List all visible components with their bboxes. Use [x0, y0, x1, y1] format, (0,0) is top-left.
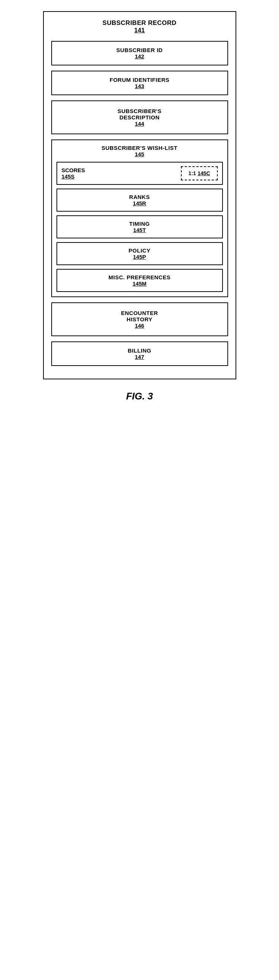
subscriber-description-box: SUBSCRIBER'S DESCRIPTION 144 [51, 100, 228, 134]
encounter-history-line2: HISTORY [56, 316, 224, 323]
scores-inner-dashed-box: 1:1 145C [181, 166, 217, 180]
subscriber-record-label: SUBSCRIBER RECORD [103, 19, 176, 27]
billing-label: BILLING [56, 347, 224, 354]
ranks-label: RANKS [61, 194, 219, 200]
subscriber-id-box: SUBSCRIBER ID 142 [51, 41, 228, 65]
subscriber-description-line2: DESCRIPTION [56, 114, 224, 121]
subscriber-description-line1: SUBSCRIBER'S [56, 108, 224, 114]
misc-preferences-box: MISC. PREFERENCES 145M [57, 269, 223, 292]
subscriber-id-ref: 142 [56, 53, 224, 59]
wishlist-title: SUBSCRIBER'S WISH-LIST 145 [57, 145, 223, 158]
subscriber-description-ref: 144 [56, 121, 224, 127]
forum-identifiers-label: FORUM IDENTIFIERS [56, 76, 224, 83]
subscriber-id-label: SUBSCRIBER ID [56, 47, 224, 53]
scores-label: SCORES [62, 167, 85, 173]
scores-inner-ref: 145C [198, 170, 210, 176]
timing-ref: 145T [61, 227, 219, 233]
encounter-history-line1: ENCOUNTER [56, 310, 224, 316]
policy-label: POLICY [61, 247, 219, 254]
policy-box: POLICY 145P [57, 242, 223, 265]
encounter-history-ref: 146 [56, 323, 224, 329]
scores-left: SCORES 145S [62, 167, 85, 180]
timing-label: TIMING [61, 221, 219, 227]
billing-ref: 147 [56, 354, 224, 360]
wishlist-label: SUBSCRIBER'S WISH-LIST [57, 145, 223, 151]
wishlist-ref: 145 [57, 151, 223, 158]
policy-ref: 145P [61, 254, 219, 260]
forum-identifiers-box: FORUM IDENTIFIERS 143 [51, 71, 228, 95]
subscriber-record-diagram: SUBSCRIBER RECORD 141 SUBSCRIBER ID 142 … [43, 11, 236, 379]
ranks-box: RANKS 145R [57, 189, 223, 212]
scores-box: SCORES 145S 1:1 145C [57, 162, 223, 185]
scores-ref: 145S [62, 173, 75, 180]
forum-identifiers-ref: 143 [56, 83, 224, 89]
figure-label: FIG. 3 [126, 390, 153, 402]
subscriber-record-ref: 141 [103, 27, 176, 34]
billing-box: BILLING 147 [51, 341, 228, 366]
misc-label: MISC. PREFERENCES [61, 274, 219, 280]
encounter-history-box: ENCOUNTER HISTORY 146 [51, 302, 228, 336]
wishlist-box: SUBSCRIBER'S WISH-LIST 145 SCORES 145S 1… [51, 140, 228, 297]
misc-ref: 145M [61, 280, 219, 287]
ranks-ref: 145R [61, 200, 219, 207]
timing-box: TIMING 145T [57, 215, 223, 239]
scores-inner-text: 1:1 [189, 170, 196, 176]
subscriber-record-title: SUBSCRIBER RECORD 141 [103, 19, 176, 34]
